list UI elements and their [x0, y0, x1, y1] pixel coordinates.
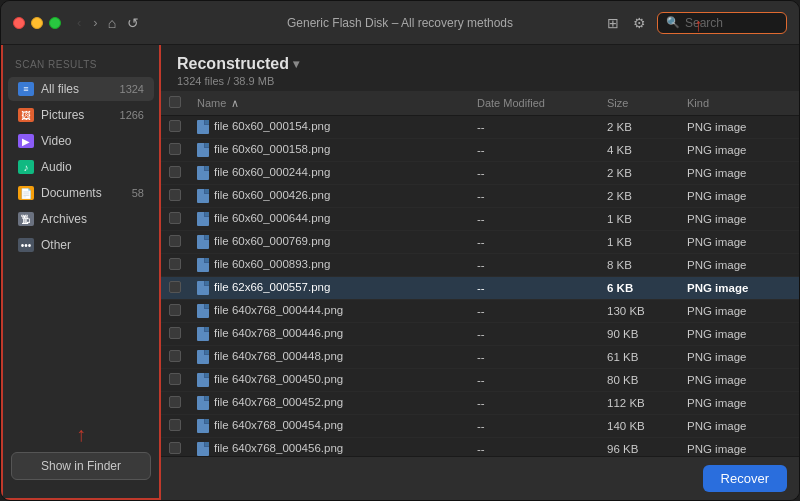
- sidebar-item-audio[interactable]: ♪ Audio: [8, 155, 154, 179]
- sidebar-item-pictures[interactable]: 🖼 Pictures 1266: [8, 103, 154, 127]
- window-title: Generic Flash Disk – All recovery method…: [287, 16, 513, 30]
- row-name-11: file 640x768_000450.png: [189, 369, 469, 392]
- row-checkbox-cell: [161, 415, 189, 438]
- row-kind-11: PNG image: [679, 369, 799, 392]
- file-icon: [197, 281, 209, 295]
- row-checkbox-2[interactable]: [169, 166, 181, 178]
- file-area-header: Reconstructed ▾ 1324 files / 38.9 MB: [161, 45, 799, 91]
- row-checkbox-cell: [161, 346, 189, 369]
- row-checkbox-11[interactable]: [169, 373, 181, 385]
- table-row[interactable]: file 640x768_000450.png -- 80 KB PNG ima…: [161, 369, 799, 392]
- row-size-13: 140 KB: [599, 415, 679, 438]
- sidebar-item-other[interactable]: ••• Other: [8, 233, 154, 257]
- documents-icon: 📄: [18, 186, 34, 200]
- home-button[interactable]: ⌂: [108, 15, 116, 31]
- row-checkbox-5[interactable]: [169, 235, 181, 247]
- forward-button[interactable]: ›: [89, 13, 101, 32]
- row-checkbox-8[interactable]: [169, 304, 181, 316]
- sidebar-item-archives[interactable]: 🗜 Archives: [8, 207, 154, 231]
- show-in-finder-button[interactable]: Show in Finder: [11, 452, 151, 480]
- row-checkbox-cell: [161, 231, 189, 254]
- file-icon: [197, 373, 209, 387]
- row-checkbox-14[interactable]: [169, 442, 181, 454]
- row-checkbox-cell: [161, 139, 189, 162]
- table-row[interactable]: file 640x768_000446.png -- 90 KB PNG ima…: [161, 323, 799, 346]
- recover-button[interactable]: Recover: [703, 465, 787, 492]
- row-name-1: file 60x60_000158.png: [189, 139, 469, 162]
- table-row[interactable]: file 640x768_000454.png -- 140 KB PNG im…: [161, 415, 799, 438]
- file-icon: [197, 143, 209, 157]
- file-table-wrapper[interactable]: Name ∧ Date Modified Size Kind file 60x6…: [161, 91, 799, 456]
- row-size-2: 2 KB: [599, 162, 679, 185]
- table-row[interactable]: file 640x768_000444.png -- 130 KB PNG im…: [161, 300, 799, 323]
- date-col-header[interactable]: Date Modified: [469, 91, 599, 116]
- file-count-info: 1324 files / 38.9 MB: [177, 75, 783, 87]
- row-date-8: --: [469, 300, 599, 323]
- sidebar-arrow-indicator: ↑: [76, 423, 86, 446]
- sidebar-label-all-files: All files: [41, 82, 113, 96]
- row-checkbox-9[interactable]: [169, 327, 181, 339]
- close-button[interactable]: [13, 17, 25, 29]
- settings-button[interactable]: ⚙: [630, 12, 649, 34]
- row-size-12: 112 KB: [599, 392, 679, 415]
- minimize-button[interactable]: [31, 17, 43, 29]
- row-name-13: file 640x768_000454.png: [189, 415, 469, 438]
- row-checkbox-10[interactable]: [169, 350, 181, 362]
- row-date-0: --: [469, 116, 599, 139]
- table-row[interactable]: file 62x66_000557.png -- 6 KB PNG image: [161, 277, 799, 300]
- sidebar-label-archives: Archives: [41, 212, 144, 226]
- table-row[interactable]: file 640x768_000448.png -- 61 KB PNG ima…: [161, 346, 799, 369]
- sidebar-item-all-files[interactable]: ≡ All files 1324: [8, 77, 154, 101]
- row-checkbox-13[interactable]: [169, 419, 181, 431]
- sidebar-count-pictures: 1266: [120, 109, 144, 121]
- kind-col-header[interactable]: Kind: [679, 91, 799, 116]
- table-row[interactable]: file 60x60_000769.png -- 1 KB PNG image: [161, 231, 799, 254]
- row-size-5: 1 KB: [599, 231, 679, 254]
- refresh-button[interactable]: ↺: [124, 12, 142, 34]
- back-button[interactable]: ‹: [73, 13, 85, 32]
- row-checkbox-12[interactable]: [169, 396, 181, 408]
- row-checkbox-6[interactable]: [169, 258, 181, 270]
- row-checkbox-0[interactable]: [169, 120, 181, 132]
- file-table-body: file 60x60_000154.png -- 2 KB PNG image …: [161, 116, 799, 457]
- row-kind-8: PNG image: [679, 300, 799, 323]
- table-row[interactable]: file 60x60_000158.png -- 4 KB PNG image: [161, 139, 799, 162]
- file-icon: [197, 166, 209, 180]
- size-col-header[interactable]: Size: [599, 91, 679, 116]
- audio-icon: ♪: [18, 160, 34, 174]
- row-date-10: --: [469, 346, 599, 369]
- table-row[interactable]: file 60x60_000154.png -- 2 KB PNG image: [161, 116, 799, 139]
- row-checkbox-7[interactable]: [169, 281, 181, 293]
- header-checkbox[interactable]: [169, 96, 181, 108]
- table-row[interactable]: file 640x768_000452.png -- 112 KB PNG im…: [161, 392, 799, 415]
- sidebar-item-video[interactable]: ▶ Video: [8, 129, 154, 153]
- row-size-0: 2 KB: [599, 116, 679, 139]
- file-icon: [197, 419, 209, 433]
- row-kind-9: PNG image: [679, 323, 799, 346]
- table-row[interactable]: file 60x60_000244.png -- 2 KB PNG image: [161, 162, 799, 185]
- row-checkbox-4[interactable]: [169, 212, 181, 224]
- row-checkbox-cell: [161, 369, 189, 392]
- file-icon: [197, 304, 209, 318]
- row-checkbox-cell: [161, 185, 189, 208]
- search-icon: 🔍: [666, 16, 680, 29]
- row-date-2: --: [469, 162, 599, 185]
- row-date-11: --: [469, 369, 599, 392]
- name-col-header[interactable]: Name ∧: [189, 91, 469, 116]
- row-checkbox-1[interactable]: [169, 143, 181, 155]
- file-icon: [197, 350, 209, 364]
- row-date-9: --: [469, 323, 599, 346]
- table-row[interactable]: file 640x768_000456.png -- 96 KB PNG ima…: [161, 438, 799, 457]
- row-checkbox-3[interactable]: [169, 189, 181, 201]
- view-toggle-button[interactable]: ⊞: [604, 12, 622, 34]
- file-icon: [197, 212, 209, 226]
- sidebar-item-documents[interactable]: 📄 Documents 58: [8, 181, 154, 205]
- sidebar-count-documents: 58: [132, 187, 144, 199]
- maximize-button[interactable]: [49, 17, 61, 29]
- table-row[interactable]: file 60x60_000644.png -- 1 KB PNG image: [161, 208, 799, 231]
- table-row[interactable]: file 60x60_000893.png -- 8 KB PNG image: [161, 254, 799, 277]
- table-row[interactable]: file 60x60_000426.png -- 2 KB PNG image: [161, 185, 799, 208]
- row-date-5: --: [469, 231, 599, 254]
- row-checkbox-cell: [161, 162, 189, 185]
- row-size-9: 90 KB: [599, 323, 679, 346]
